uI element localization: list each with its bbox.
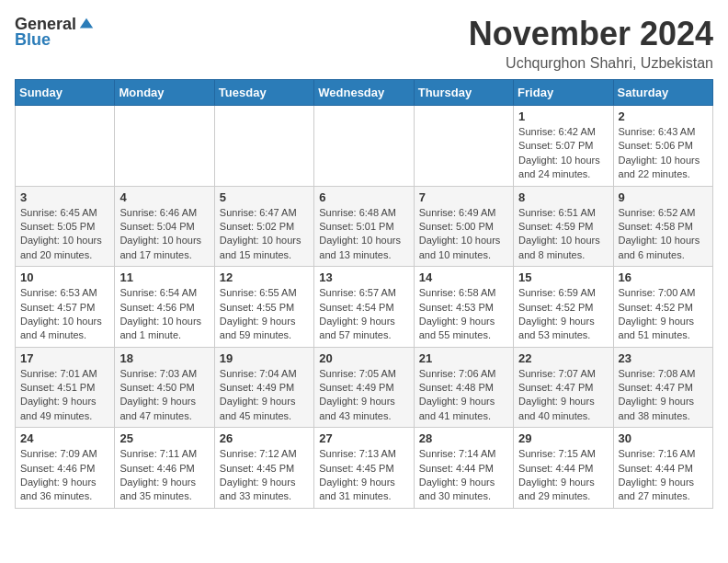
day-info: Sunrise: 6:48 AM Sunset: 5:01 PM Dayligh… <box>319 206 408 263</box>
calendar-day-cell: 12Sunrise: 6:55 AM Sunset: 4:55 PM Dayli… <box>214 267 313 348</box>
calendar-col-header: Thursday <box>414 80 513 106</box>
day-number: 1 <box>518 109 608 123</box>
day-number: 23 <box>619 351 708 365</box>
location-text: Uchqurghon Shahri, Uzbekistan <box>469 55 713 72</box>
day-info: Sunrise: 7:05 AM Sunset: 4:49 PM Dayligh… <box>319 367 408 424</box>
day-info: Sunrise: 7:15 AM Sunset: 4:44 PM Dayligh… <box>518 447 608 504</box>
day-number: 14 <box>419 270 508 284</box>
day-number: 27 <box>319 431 408 445</box>
day-info: Sunrise: 6:46 AM Sunset: 5:04 PM Dayligh… <box>119 206 209 263</box>
day-number: 24 <box>20 431 109 445</box>
day-info: Sunrise: 6:54 AM Sunset: 4:56 PM Dayligh… <box>119 286 209 343</box>
day-number: 20 <box>319 351 408 365</box>
calendar-col-header: Sunday <box>16 80 115 106</box>
day-info: Sunrise: 7:00 AM Sunset: 4:52 PM Dayligh… <box>619 286 708 343</box>
day-info: Sunrise: 7:08 AM Sunset: 4:47 PM Dayligh… <box>619 367 708 424</box>
calendar-day-cell: 27Sunrise: 7:13 AM Sunset: 4:45 PM Dayli… <box>314 428 414 509</box>
calendar-table: SundayMondayTuesdayWednesdayThursdayFrid… <box>15 79 713 509</box>
calendar-col-header: Friday <box>514 80 613 106</box>
page-header: General Blue November 2024 Uchqurghon Sh… <box>15 15 713 72</box>
calendar-day-cell <box>414 106 513 187</box>
calendar-day-cell: 2Sunrise: 6:43 AM Sunset: 5:06 PM Daylig… <box>613 106 712 187</box>
calendar-day-cell: 10Sunrise: 6:53 AM Sunset: 4:57 PM Dayli… <box>16 267 115 348</box>
day-info: Sunrise: 6:49 AM Sunset: 5:00 PM Dayligh… <box>419 206 508 263</box>
day-info: Sunrise: 7:04 AM Sunset: 4:49 PM Dayligh… <box>220 367 309 424</box>
day-info: Sunrise: 7:07 AM Sunset: 4:47 PM Dayligh… <box>518 367 608 424</box>
calendar-day-cell <box>314 106 414 187</box>
day-number: 11 <box>119 270 209 284</box>
calendar-col-header: Wednesday <box>314 80 414 106</box>
day-info: Sunrise: 7:14 AM Sunset: 4:44 PM Dayligh… <box>419 447 508 504</box>
day-number: 19 <box>220 351 309 365</box>
logo: General Blue <box>15 15 95 50</box>
day-number: 12 <box>220 270 309 284</box>
day-number: 7 <box>419 190 508 204</box>
day-number: 18 <box>119 351 209 365</box>
calendar-day-cell: 15Sunrise: 6:59 AM Sunset: 4:52 PM Dayli… <box>514 267 613 348</box>
day-info: Sunrise: 7:11 AM Sunset: 4:46 PM Dayligh… <box>119 447 209 504</box>
calendar-day-cell: 7Sunrise: 6:49 AM Sunset: 5:00 PM Daylig… <box>414 186 513 267</box>
calendar-day-cell: 28Sunrise: 7:14 AM Sunset: 4:44 PM Dayli… <box>414 428 513 509</box>
day-number: 22 <box>518 351 608 365</box>
calendar-day-cell: 19Sunrise: 7:04 AM Sunset: 4:49 PM Dayli… <box>214 347 313 428</box>
calendar-day-cell: 23Sunrise: 7:08 AM Sunset: 4:47 PM Dayli… <box>613 347 712 428</box>
calendar-week-row: 24Sunrise: 7:09 AM Sunset: 4:46 PM Dayli… <box>16 428 713 509</box>
day-number: 5 <box>220 190 309 204</box>
calendar-day-cell <box>214 106 313 187</box>
calendar-day-cell: 6Sunrise: 6:48 AM Sunset: 5:01 PM Daylig… <box>314 186 414 267</box>
calendar-day-cell: 17Sunrise: 7:01 AM Sunset: 4:51 PM Dayli… <box>16 347 115 428</box>
calendar-day-cell: 20Sunrise: 7:05 AM Sunset: 4:49 PM Dayli… <box>314 347 414 428</box>
calendar-day-cell: 14Sunrise: 6:58 AM Sunset: 4:53 PM Dayli… <box>414 267 513 348</box>
day-info: Sunrise: 7:16 AM Sunset: 4:44 PM Dayligh… <box>619 447 708 504</box>
calendar-week-row: 10Sunrise: 6:53 AM Sunset: 4:57 PM Dayli… <box>16 267 713 348</box>
calendar-day-cell: 4Sunrise: 6:46 AM Sunset: 5:04 PM Daylig… <box>115 186 214 267</box>
day-info: Sunrise: 7:01 AM Sunset: 4:51 PM Dayligh… <box>20 367 109 424</box>
calendar-day-cell: 11Sunrise: 6:54 AM Sunset: 4:56 PM Dayli… <box>115 267 214 348</box>
logo-blue-text: Blue <box>15 30 51 50</box>
calendar-day-cell: 22Sunrise: 7:07 AM Sunset: 4:47 PM Dayli… <box>514 347 613 428</box>
day-info: Sunrise: 6:51 AM Sunset: 4:59 PM Dayligh… <box>518 206 608 263</box>
day-info: Sunrise: 6:45 AM Sunset: 5:05 PM Dayligh… <box>20 206 109 263</box>
calendar-week-row: 1Sunrise: 6:42 AM Sunset: 5:07 PM Daylig… <box>16 106 713 187</box>
calendar-week-row: 17Sunrise: 7:01 AM Sunset: 4:51 PM Dayli… <box>16 347 713 428</box>
day-info: Sunrise: 6:52 AM Sunset: 4:58 PM Dayligh… <box>619 206 708 263</box>
day-number: 16 <box>619 270 708 284</box>
day-number: 3 <box>20 190 109 204</box>
day-number: 8 <box>518 190 608 204</box>
day-info: Sunrise: 7:13 AM Sunset: 4:45 PM Dayligh… <box>319 447 408 504</box>
day-info: Sunrise: 7:03 AM Sunset: 4:50 PM Dayligh… <box>119 367 209 424</box>
calendar-week-row: 3Sunrise: 6:45 AM Sunset: 5:05 PM Daylig… <box>16 186 713 267</box>
day-info: Sunrise: 6:47 AM Sunset: 5:02 PM Dayligh… <box>220 206 309 263</box>
calendar-day-cell: 21Sunrise: 7:06 AM Sunset: 4:48 PM Dayli… <box>414 347 513 428</box>
day-number: 30 <box>619 431 708 445</box>
day-info: Sunrise: 6:58 AM Sunset: 4:53 PM Dayligh… <box>419 286 508 343</box>
calendar-day-cell: 5Sunrise: 6:47 AM Sunset: 5:02 PM Daylig… <box>214 186 313 267</box>
calendar-day-cell: 9Sunrise: 6:52 AM Sunset: 4:58 PM Daylig… <box>613 186 712 267</box>
calendar-day-cell <box>115 106 214 187</box>
day-info: Sunrise: 6:57 AM Sunset: 4:54 PM Dayligh… <box>319 286 408 343</box>
calendar-day-cell: 18Sunrise: 7:03 AM Sunset: 4:50 PM Dayli… <box>115 347 214 428</box>
calendar-day-cell: 26Sunrise: 7:12 AM Sunset: 4:45 PM Dayli… <box>214 428 313 509</box>
calendar-day-cell: 3Sunrise: 6:45 AM Sunset: 5:05 PM Daylig… <box>16 186 115 267</box>
calendar-day-cell: 25Sunrise: 7:11 AM Sunset: 4:46 PM Dayli… <box>115 428 214 509</box>
day-info: Sunrise: 7:12 AM Sunset: 4:45 PM Dayligh… <box>220 447 309 504</box>
day-number: 26 <box>220 431 309 445</box>
calendar-day-cell: 16Sunrise: 7:00 AM Sunset: 4:52 PM Dayli… <box>613 267 712 348</box>
day-number: 13 <box>319 270 408 284</box>
day-number: 4 <box>119 190 209 204</box>
day-number: 10 <box>20 270 109 284</box>
calendar-day-cell: 8Sunrise: 6:51 AM Sunset: 4:59 PM Daylig… <box>514 186 613 267</box>
day-number: 2 <box>619 109 708 123</box>
day-number: 29 <box>518 431 608 445</box>
calendar-day-cell: 1Sunrise: 6:42 AM Sunset: 5:07 PM Daylig… <box>514 106 613 187</box>
logo-icon <box>78 17 95 33</box>
calendar-day-cell: 24Sunrise: 7:09 AM Sunset: 4:46 PM Dayli… <box>16 428 115 509</box>
day-number: 17 <box>20 351 109 365</box>
day-info: Sunrise: 6:53 AM Sunset: 4:57 PM Dayligh… <box>20 286 109 343</box>
day-number: 28 <box>419 431 508 445</box>
calendar-day-cell <box>16 106 115 187</box>
day-number: 9 <box>619 190 708 204</box>
day-info: Sunrise: 6:55 AM Sunset: 4:55 PM Dayligh… <box>220 286 309 343</box>
day-info: Sunrise: 7:09 AM Sunset: 4:46 PM Dayligh… <box>20 447 109 504</box>
day-info: Sunrise: 6:59 AM Sunset: 4:52 PM Dayligh… <box>518 286 608 343</box>
